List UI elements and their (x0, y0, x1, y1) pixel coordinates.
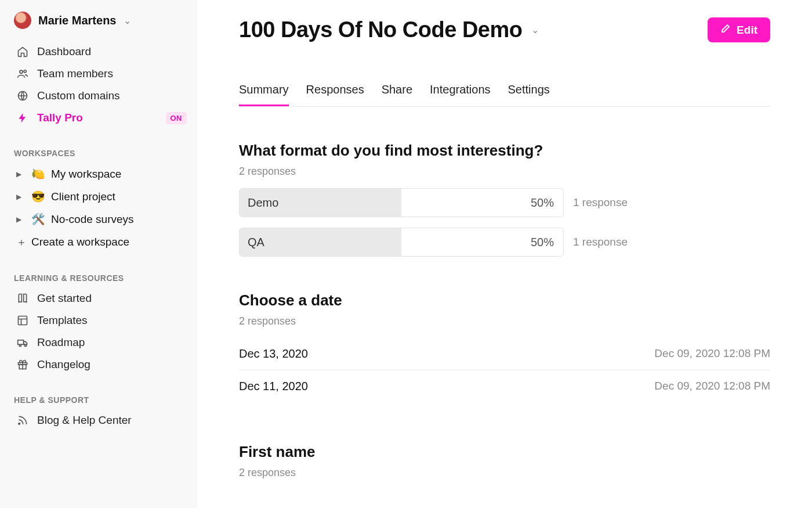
response-timestamp: Dec 09, 2020 12:08 PM (654, 380, 770, 393)
nav-templates[interactable]: Templates (14, 309, 189, 332)
option-percent: 50% (531, 196, 563, 210)
svg-point-6 (24, 344, 26, 346)
gift-icon (16, 359, 29, 370)
tabs: Summary Responses Share Integrations Set… (239, 83, 770, 107)
response-value: Dec 13, 2020 (239, 347, 308, 361)
nav-blog-help[interactable]: Blog & Help Center (14, 409, 189, 431)
tab-summary[interactable]: Summary (239, 83, 289, 106)
user-menu[interactable]: Marie Martens ⌄ (14, 12, 189, 29)
pencil-icon (720, 23, 731, 37)
on-badge: ON (166, 112, 187, 124)
main-content: 100 Days Of No Code Demo ⌄ Edit Summary … (197, 0, 812, 508)
question-subtitle: 2 responses (239, 467, 770, 479)
question-subtitle: 2 responses (239, 315, 770, 327)
nav-changelog[interactable]: Changelog (14, 354, 189, 376)
tab-share[interactable]: Share (382, 83, 412, 106)
users-icon (16, 68, 29, 80)
nav-label: Blog & Help Center (37, 414, 132, 427)
tab-integrations[interactable]: Integrations (430, 83, 491, 106)
nav-label: Team members (37, 67, 113, 80)
question-subtitle: 2 responses (239, 165, 770, 178)
question-title: First name (239, 443, 770, 461)
nav-team[interactable]: Team members (14, 63, 189, 85)
question-block-date: Choose a date 2 responses Dec 13, 2020 D… (239, 291, 770, 402)
option-row: QA 50% 1 response (239, 228, 770, 257)
nav-label: Dashboard (37, 45, 91, 58)
book-icon (16, 293, 29, 304)
nav-label: Changelog (37, 358, 90, 371)
page-title: 100 Days Of No Code Demo (239, 17, 522, 42)
option-row: Demo 50% 1 response (239, 188, 770, 217)
workspace-item[interactable]: ▶ 🛠️ No-code surveys (14, 208, 189, 230)
tab-settings[interactable]: Settings (508, 83, 550, 106)
question-title: Choose a date (239, 291, 770, 309)
nav-label: Custom domains (37, 89, 120, 102)
section-help: HELP & SUPPORT (14, 395, 189, 405)
nav-get-started[interactable]: Get started (14, 287, 189, 309)
svg-rect-3 (19, 316, 27, 325)
workspace-emoji: 🛠️ (31, 212, 44, 226)
option-bar: Demo 50% (239, 188, 564, 217)
triangle-right-icon: ▶ (16, 215, 24, 224)
response-row: Dec 11, 2020 Dec 09, 2020 12:08 PM (239, 370, 770, 402)
home-icon (16, 46, 29, 57)
question-block-format: What format do you find most interesting… (239, 142, 770, 257)
workspace-label: Client project (51, 190, 115, 203)
nav-dashboard[interactable]: Dashboard (14, 41, 189, 63)
chevron-down-icon: ⌄ (531, 24, 539, 35)
nav-label: Templates (37, 314, 88, 327)
option-bar: QA 50% (239, 228, 564, 257)
bolt-icon (16, 112, 29, 124)
workspace-label: My workspace (51, 168, 121, 181)
nav-label: Tally Pro (37, 111, 83, 124)
workspace-item[interactable]: ▶ 😎 Client project (14, 185, 189, 208)
titlebar: 100 Days Of No Code Demo ⌄ Edit (239, 17, 770, 42)
response-value: Dec 11, 2020 (239, 380, 308, 393)
plus-icon: ＋ (16, 235, 24, 249)
nav-tally-pro[interactable]: Tally Pro ON (14, 107, 189, 129)
svg-point-9 (19, 423, 20, 425)
option-label: QA (240, 236, 264, 249)
create-workspace-label: Create a workspace (31, 236, 129, 248)
nav-label: Get started (37, 292, 92, 305)
question-block-firstname: First name 2 responses (239, 443, 770, 479)
globe-icon (16, 90, 29, 102)
rss-icon (16, 415, 29, 426)
triangle-right-icon: ▶ (16, 170, 24, 178)
workspace-item[interactable]: ▶ 🍋 My workspace (14, 163, 189, 185)
edit-label: Edit (737, 24, 757, 37)
section-learning: LEARNING & RESOURCES (14, 273, 189, 283)
chevron-down-icon: ⌄ (124, 15, 131, 26)
svg-rect-4 (18, 340, 24, 345)
option-percent: 50% (531, 236, 563, 249)
section-workspaces: WORKSPACES (14, 149, 189, 158)
response-row: Dec 13, 2020 Dec 09, 2020 12:08 PM (239, 338, 770, 370)
option-label: Demo (240, 196, 278, 210)
svg-point-1 (24, 70, 26, 73)
svg-point-0 (20, 70, 23, 73)
option-count: 1 response (573, 196, 628, 209)
layout-icon (16, 315, 29, 326)
question-title: What format do you find most interesting… (239, 142, 770, 160)
nav-domains[interactable]: Custom domains (14, 85, 189, 107)
nav-label: Roadmap (37, 336, 85, 349)
edit-button[interactable]: Edit (708, 17, 770, 42)
title-dropdown[interactable]: 100 Days Of No Code Demo ⌄ (239, 17, 539, 42)
workspace-label: No-code surveys (51, 213, 134, 226)
truck-icon (16, 337, 29, 348)
avatar (14, 12, 31, 29)
workspace-emoji: 🍋 (31, 167, 44, 181)
triangle-right-icon: ▶ (16, 193, 24, 201)
nav-roadmap[interactable]: Roadmap (14, 332, 189, 354)
workspace-emoji: 😎 (31, 190, 44, 203)
tab-responses[interactable]: Responses (306, 83, 364, 106)
sidebar: Marie Martens ⌄ Dashboard Team members C… (0, 0, 197, 508)
option-count: 1 response (573, 236, 628, 248)
create-workspace[interactable]: ＋ Create a workspace (14, 230, 189, 254)
svg-point-5 (19, 344, 21, 346)
response-timestamp: Dec 09, 2020 12:08 PM (654, 347, 770, 361)
user-name: Marie Martens (38, 14, 117, 27)
